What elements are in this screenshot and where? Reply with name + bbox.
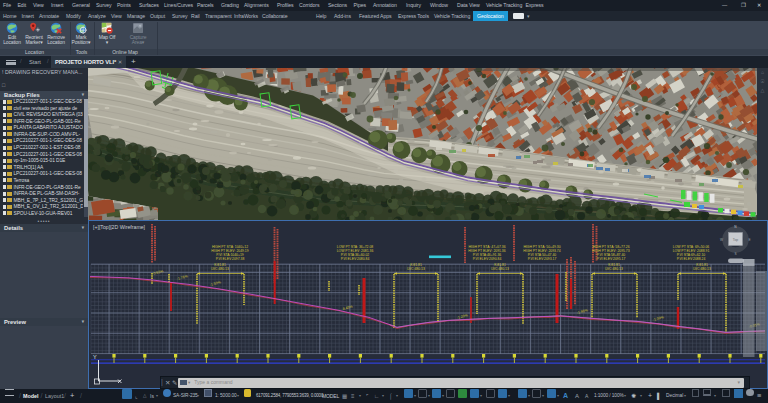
svg-text:LVC:480.13: LVC:480.13 <box>491 267 509 271</box>
svg-text:W: W <box>720 238 723 242</box>
svg-text:LVC:480.13: LVC:480.13 <box>605 267 623 271</box>
svg-text:LVC:480.13: LVC:480.13 <box>693 267 711 271</box>
svg-text:[+][Top][2D Wireframe]: [+][Top][2D Wireframe] <box>93 224 146 230</box>
svg-text:P.VI ELEV:2095.17: P.VI ELEV:2095.17 <box>597 257 626 261</box>
svg-text:Y: Y <box>93 354 97 360</box>
svg-text:S: S <box>734 252 736 256</box>
svg-text:Top: Top <box>733 238 739 242</box>
svg-text:P.VI ELEV:2080.84: P.VI ELEV:2080.84 <box>341 257 370 261</box>
svg-text:E: E <box>748 238 750 242</box>
svg-text:LVC:480.13: LVC:480.13 <box>407 267 425 271</box>
svg-text:LVC:480.13: LVC:480.13 <box>211 267 229 271</box>
svg-text:P.VI ELEV:2097.38: P.VI ELEV:2097.38 <box>216 257 245 261</box>
svg-text:P.VI ELEV:2090.84: P.VI ELEV:2090.84 <box>473 257 502 261</box>
svg-text:P.VI ELEV:2093.17: P.VI ELEV:2093.17 <box>528 257 557 261</box>
svg-text:P.VI ELEV:2088.24: P.VI ELEV:2088.24 <box>677 257 706 261</box>
